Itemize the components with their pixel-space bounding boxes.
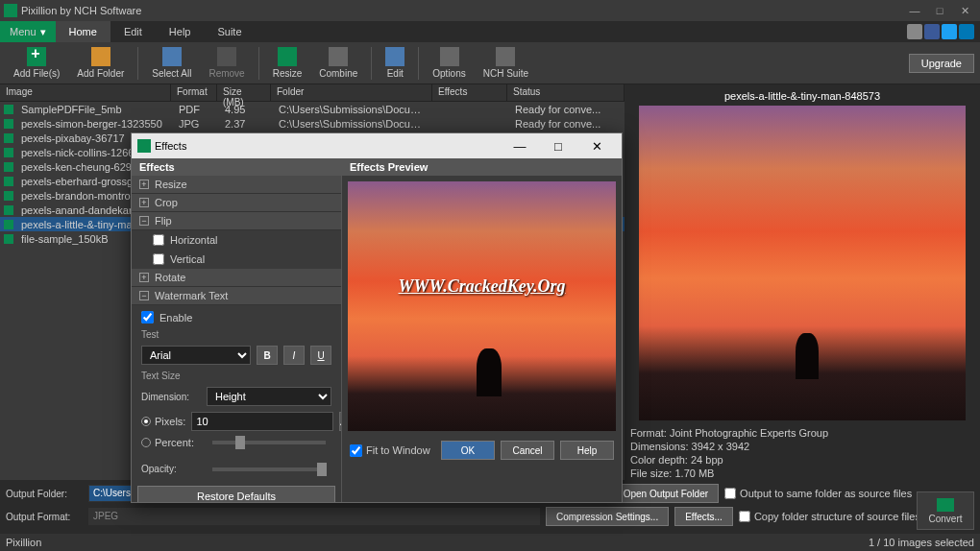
cancel-button[interactable]: Cancel [501,441,554,460]
effects-panel-header: Effects [132,158,341,176]
open-output-folder-button[interactable]: Open Output Folder [613,484,719,503]
percent-slider[interactable] [212,441,326,444]
dialog-minimize-button[interactable]: — [501,133,539,158]
add-files-button[interactable]: +Add File(s) [6,44,67,83]
select-all-button[interactable]: Select All [144,44,199,83]
opacity-label: Opacity: [141,464,201,474]
output-folder-label: Output Folder: [6,489,83,499]
dialog-title: Effects [155,140,186,152]
thumbsup-icon[interactable] [907,24,922,39]
status-bar: Pixillion 1 / 10 images selected [0,534,980,551]
upgrade-button[interactable]: Upgrade [909,54,974,73]
pixels-input[interactable] [191,412,333,431]
col-image[interactable]: Image [0,84,171,101]
combine-button[interactable]: Combine [311,44,365,83]
underline-button[interactable]: U [310,346,331,365]
copy-structure-checkbox[interactable]: Copy folder structure of source files [739,511,920,522]
nch-suite-button[interactable]: NCH Suite [476,44,536,83]
resize-button[interactable]: Resize [265,44,310,83]
font-select[interactable]: Arial [141,346,251,365]
col-size[interactable]: Size (MB) [217,84,271,101]
ok-button[interactable]: OK [441,441,495,460]
effects-preview-image: WWW.CrackedKey.Org [348,181,616,431]
preview-title: pexels-a-little-&-tiny-man-848573 [724,90,880,102]
section-crop[interactable]: +Crop [132,194,341,212]
linkedin-icon[interactable] [959,24,974,39]
fit-to-window-checkbox[interactable]: Fit to Window [350,444,430,457]
table-row[interactable]: SamplePDFFile_5mbPDF4.95C:\Users\Submiss… [0,102,625,116]
compression-settings-button[interactable]: Compression Settings... [546,507,669,526]
flip-horizontal-checkbox[interactable]: Horizontal [132,230,341,250]
tab-home[interactable]: Home [56,21,110,42]
opacity-slider[interactable] [212,467,326,471]
effects-dialog: Effects — □ ✕ Effects +Resize +Crop −Fli… [131,132,623,503]
help-button[interactable]: Help [560,441,614,460]
window-title: Pixillion by NCH Software [21,5,141,16]
preview-panel: pexels-a-little-&-tiny-man-848573 Format… [625,84,980,507]
menubar: Menu ▾ Home Edit Help Suite [0,21,980,42]
section-rotate[interactable]: +Rotate [132,269,341,287]
dimension-label: Dimension: [141,392,201,402]
close-button[interactable]: ✕ [953,2,976,19]
bold-button[interactable]: B [257,346,278,365]
toolbar: +Add File(s) Add Folder Select All Remov… [0,42,980,84]
percent-radio[interactable]: Percent: [141,437,201,448]
table-row[interactable]: pexels-simon-berger-1323550JPG2.37C:\Use… [0,116,625,131]
effects-button[interactable]: Effects... [674,507,733,526]
twitter-icon[interactable] [942,24,957,39]
output-format-select[interactable]: JPEG [88,508,540,525]
facebook-icon[interactable] [924,24,940,39]
pixels-radio[interactable]: Pixels: [141,416,185,427]
dialog-icon [137,139,151,153]
tab-edit[interactable]: Edit [110,21,156,42]
convert-button[interactable]: Convert [917,491,974,530]
italic-button[interactable]: I [283,346,305,365]
dimension-select[interactable]: Height [207,387,331,406]
restore-defaults-button[interactable]: Restore Defaults [137,486,335,502]
col-format[interactable]: Format [171,84,217,101]
flip-vertical-checkbox[interactable]: Vertical [132,250,341,269]
preview-image [639,106,966,420]
textsize-label: Text Size [141,371,331,381]
status-selection: 1 / 10 images selected [869,537,974,548]
maximize-button[interactable]: □ [928,2,951,19]
options-button[interactable]: Options [425,44,473,83]
edit-button[interactable]: Edit [378,44,412,83]
col-folder[interactable]: Folder [271,84,432,101]
minimize-button[interactable]: — [903,2,926,19]
status-app: Pixillion [6,537,41,548]
tab-suite[interactable]: Suite [204,21,255,42]
section-watermark[interactable]: −Watermark Text [132,287,341,305]
remove-button[interactable]: Remove [201,44,252,83]
effects-preview-header: Effects Preview [342,158,622,176]
menu-button[interactable]: Menu ▾ [0,21,56,42]
watermark-text-label: Test [141,329,331,340]
window-titlebar: Pixillion by NCH Software — □ ✕ [0,0,980,21]
dialog-close-button[interactable]: ✕ [577,133,616,158]
watermark-overlay: WWW.CrackedKey.Org [348,276,616,297]
output-format-label: Output Format: [6,512,83,522]
watermark-enable-checkbox[interactable]: Enable [141,311,331,323]
add-folder-button[interactable]: Add Folder [69,44,132,83]
dialog-titlebar[interactable]: Effects — □ ✕ [132,133,622,158]
col-status[interactable]: Status [507,84,625,101]
app-icon [4,4,17,17]
section-resize[interactable]: +Resize [132,176,341,194]
tab-help[interactable]: Help [156,21,205,42]
section-flip[interactable]: −Flip [132,212,341,230]
col-effects[interactable]: Effects [432,84,507,101]
same-folder-checkbox[interactable]: Output to same folder as source files [724,488,912,499]
dialog-maximize-button[interactable]: □ [539,133,577,158]
